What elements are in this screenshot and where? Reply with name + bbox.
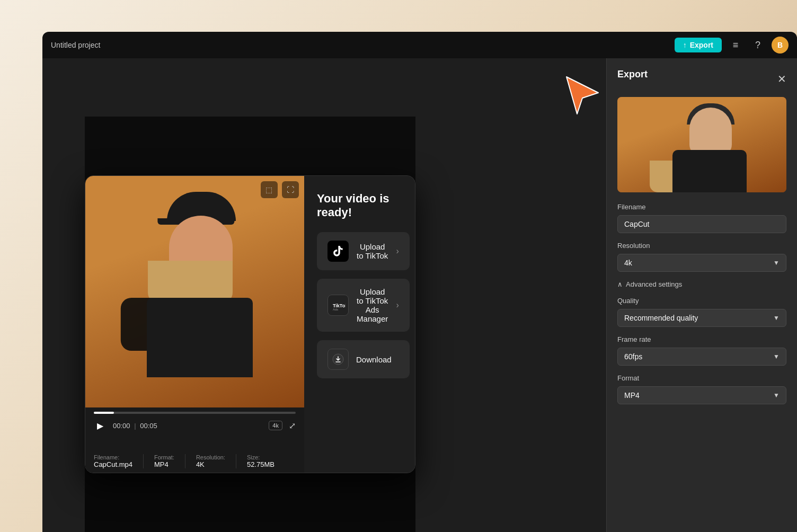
modal-inner: ⬚ ⛶ — [85, 176, 415, 473]
size-label: Size: — [247, 454, 274, 460]
framerate-select[interactable]: 60fps ▼ — [617, 348, 786, 366]
vp-necklace — [180, 287, 222, 290]
close-export-button[interactable]: ✕ — [777, 73, 786, 85]
export-preview — [617, 97, 786, 192]
vp-body — [147, 298, 253, 377]
preview-person — [617, 97, 786, 192]
quality-badge: 4k — [269, 421, 282, 430]
expand-button[interactable]: ⤢ — [289, 421, 296, 431]
export-modal: ⬚ ⛶ — [85, 175, 415, 473]
fullscreen-icon: ⛶ — [287, 185, 294, 194]
top-bar-actions: ↑ Export ≡ ? B — [675, 37, 789, 54]
quality-field-label: Quality — [617, 297, 786, 305]
editor-area: ▶ ⬚ ⛶ — [42, 58, 606, 532]
total-time: 00:05 — [140, 422, 157, 430]
controls-row: ▶ 00:00 | 00:05 4k ⤢ — [94, 419, 296, 432]
framerate-field-label: Frame rate — [617, 335, 786, 343]
video-bottom-info: Filename: CapCut.mp4 Format: MP4 Resolut… — [85, 450, 304, 473]
ready-title: Your video is ready! — [317, 192, 410, 219]
layers-icon: ≡ — [733, 40, 739, 51]
resolution-value: 4K — [196, 460, 225, 468]
download-label: Download — [356, 355, 392, 364]
time-separator: | — [134, 422, 138, 430]
help-button[interactable]: ? — [749, 37, 766, 54]
format-value: MP4 — [624, 391, 640, 400]
video-ready-panel: Your video is ready! Upload to TikTok › — [304, 176, 415, 473]
upload-tiktok-ads-button[interactable]: TikTok Ads Upload to TikTok Ads Manager … — [317, 279, 410, 332]
size-value: 52.75MB — [247, 460, 274, 468]
upload-tiktok-button[interactable]: Upload to TikTok › — [317, 232, 410, 270]
avatar-button[interactable]: B — [772, 37, 789, 54]
advanced-label: Advanced settings — [626, 280, 682, 288]
expand-icon: ⤢ — [289, 421, 296, 430]
download-button[interactable]: Download — [317, 340, 410, 378]
play-icon: ▶ — [97, 421, 103, 431]
svg-text:Ads: Ads — [333, 308, 338, 311]
current-time: 00:00 — [113, 422, 130, 430]
advanced-chevron-icon: ∧ — [617, 280, 623, 288]
tiktok-ads-label: Upload to TikTok Ads Manager — [356, 287, 388, 323]
quality-value: Recommended quality — [624, 314, 698, 322]
resolution-label: Resolution: — [196, 454, 225, 460]
video-area: ⬚ ⛶ — [85, 176, 304, 407]
play-button[interactable]: ▶ — [94, 419, 107, 432]
export-upload-icon: ↑ — [683, 41, 687, 49]
close-icon: ✕ — [777, 73, 786, 85]
filename-info: Filename: CapCut.mp4 — [94, 454, 144, 468]
tiktok-ads-icon: TikTok Ads — [327, 295, 349, 316]
vp-hair — [148, 261, 233, 303]
format-info: Format: MP4 — [154, 454, 185, 468]
tiktok-ads-chevron: › — [396, 300, 398, 310]
top-bar: Untitled project ↑ Export ≡ ? B — [42, 32, 797, 58]
download-icon — [327, 349, 349, 370]
modal-overlay: ⬚ ⛶ — [85, 117, 415, 532]
export-button-label: Export — [690, 41, 713, 49]
filename-value: CapCut.mp4 — [94, 460, 132, 468]
format-chevron: ▼ — [773, 392, 780, 399]
progress-bar[interactable] — [94, 412, 296, 414]
preview-body — [672, 150, 747, 192]
resolution-select[interactable]: 4k ▼ — [617, 254, 786, 272]
fullscreen-button[interactable]: ⛶ — [282, 181, 299, 198]
quality-select[interactable]: Recommended quality ▼ — [617, 309, 786, 327]
export-panel: Export ✕ Filename Resolution 4k ▼ ∧ Adva… — [606, 58, 797, 532]
filename-label: Filename: — [94, 454, 132, 460]
layers-button[interactable]: ≡ — [727, 37, 744, 54]
preview-head — [689, 108, 732, 155]
format-select[interactable]: MP4 ▼ — [617, 386, 786, 404]
avatar-letter: B — [777, 41, 783, 49]
tiktok-chevron: › — [396, 246, 398, 256]
progress-fill — [94, 412, 114, 414]
time-display: 00:00 | 00:05 — [113, 422, 157, 430]
framerate-value: 60fps — [624, 352, 642, 361]
resolution-value: 4k — [624, 259, 632, 267]
resolution-field-label: Resolution — [617, 242, 786, 250]
tiktok-label: Upload to TikTok — [356, 242, 388, 260]
video-top-controls: ⬚ ⛶ — [261, 181, 299, 198]
size-info: Size: 52.75MB — [247, 454, 285, 468]
format-label: Format: — [154, 454, 174, 460]
filename-field-label: Filename — [617, 203, 786, 211]
resolution-chevron: ▼ — [773, 259, 780, 267]
resolution-info: Resolution: 4K — [196, 454, 236, 468]
playback-controls: ▶ 00:00 | 00:05 4k ⤢ — [85, 407, 304, 450]
advanced-settings-toggle[interactable]: ∧ Advanced settings — [617, 280, 786, 288]
export-panel-title: Export — [617, 69, 648, 80]
project-title: Untitled project — [51, 41, 100, 49]
video-player: ⬚ ⛶ — [85, 176, 304, 473]
help-icon: ? — [755, 40, 760, 51]
comment-button[interactable]: ⬚ — [261, 181, 278, 198]
format-value: MP4 — [154, 460, 174, 468]
video-person — [85, 176, 304, 407]
export-button[interactable]: ↑ Export — [675, 38, 722, 52]
filename-input[interactable] — [617, 215, 786, 233]
tiktok-icon — [327, 241, 349, 262]
framerate-chevron: ▼ — [773, 353, 780, 360]
format-field-label: Format — [617, 374, 786, 382]
comment-icon: ⬚ — [265, 185, 272, 194]
quality-chevron: ▼ — [773, 314, 780, 322]
